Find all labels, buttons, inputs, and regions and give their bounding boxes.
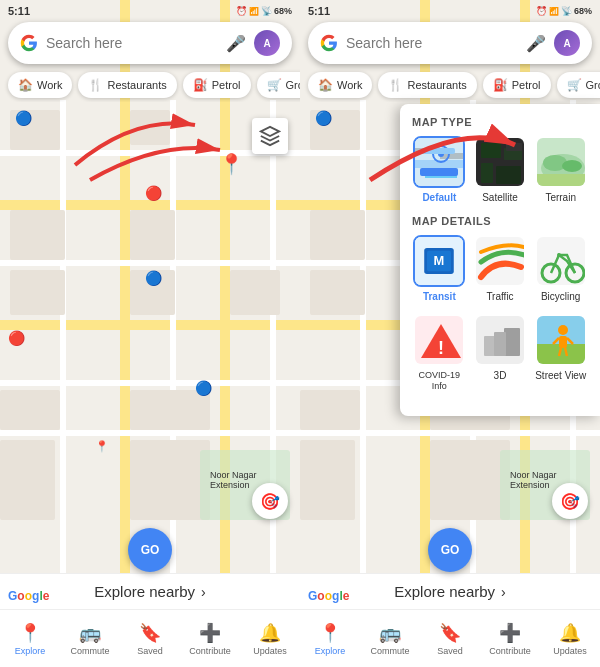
saved-icon-left: 🔖: [139, 622, 161, 644]
avatar-right[interactable]: A: [554, 30, 580, 56]
tab-restaurants-right[interactable]: 🍴 Restaurants: [378, 72, 476, 98]
svg-rect-35: [504, 328, 520, 356]
work-icon-right: 🏠: [318, 78, 333, 92]
battery-right: 68%: [574, 6, 592, 16]
google-logo-left: Google: [8, 589, 49, 603]
nav-contribute-left[interactable]: ➕ Contribute: [180, 618, 240, 660]
saved-label-right: Saved: [437, 646, 463, 656]
tab-restaurants-left[interactable]: 🍴 Restaurants: [78, 72, 176, 98]
status-time-left: 5:11: [8, 5, 30, 17]
updates-icon-left: 🔔: [259, 622, 281, 644]
bicycling-icon: [535, 235, 587, 287]
svg-point-40: [558, 325, 568, 335]
alarm-icon: ⏰: [236, 6, 247, 16]
terrain-icon: [535, 136, 587, 188]
contribute-icon-right: ➕: [499, 622, 521, 644]
map-details-grid: M Transit Traffic: [412, 235, 588, 302]
mic-icon-right[interactable]: 🎤: [526, 34, 546, 53]
petrol-icon-left: ⛽: [193, 78, 208, 92]
svg-point-29: [557, 253, 561, 257]
commute-label-left: Commute: [70, 646, 109, 656]
map-details-title: MAP DETAILS: [412, 215, 588, 227]
saved-label-left: Saved: [137, 646, 163, 656]
arrow-right-1: [360, 110, 520, 190]
nav-explore-left[interactable]: 📍 Explore: [0, 618, 60, 660]
traffic-icon: [474, 235, 526, 287]
svg-rect-20: [537, 174, 587, 188]
bottom-nav-left: 📍 Explore 🚌 Commute 🔖 Saved ➕ Contribute…: [0, 609, 300, 667]
tab-work-left[interactable]: 🏠 Work: [8, 72, 72, 98]
tab-groceries-right[interactable]: 🛒 Grocerie...: [557, 72, 600, 98]
map-type-terrain[interactable]: Terrain: [533, 136, 588, 203]
arrow-left-2: [80, 130, 230, 190]
map-pin-3: 🔵: [145, 270, 162, 286]
covid-icon: !: [413, 314, 465, 366]
commute-icon-left: 🚌: [79, 622, 101, 644]
streetview-icon: [535, 314, 587, 366]
svg-text:!: !: [438, 338, 444, 358]
explore-icon-left: 📍: [19, 622, 41, 644]
map-pin-4: 🔴: [8, 330, 25, 346]
explore-icon-right: 📍: [319, 622, 341, 644]
nav-saved-right[interactable]: 🔖 Saved: [420, 618, 480, 660]
explore-label-left: Explore: [15, 646, 46, 656]
map-detail-covid[interactable]: ! COVID-19 Info: [412, 314, 467, 392]
nav-updates-right[interactable]: 🔔 Updates: [540, 618, 600, 660]
default-label: Default: [422, 192, 456, 203]
go-button-left[interactable]: GO: [128, 528, 172, 572]
google-logo-right: Google: [308, 589, 349, 603]
mic-icon-left[interactable]: 🎤: [226, 34, 246, 53]
google-icon-right: [320, 34, 338, 52]
map-detail-transit[interactable]: M Transit: [412, 235, 467, 302]
restaurants-icon-right: 🍴: [388, 78, 403, 92]
my-location-btn-right[interactable]: 🎯: [552, 483, 588, 519]
bottom-nav-right: 📍 Explore 🚌 Commute 🔖 Saved ➕ Contribute…: [300, 609, 600, 667]
my-location-btn-left[interactable]: 🎯: [252, 483, 288, 519]
noor-nagar-pin: 📍: [95, 440, 109, 453]
transit-label: Transit: [423, 291, 456, 302]
search-bar-right[interactable]: Search here 🎤 A: [308, 22, 592, 64]
tab-work-right[interactable]: 🏠 Work: [308, 72, 372, 98]
nav-saved-left[interactable]: 🔖 Saved: [120, 618, 180, 660]
map-detail-traffic[interactable]: Traffic: [473, 235, 528, 302]
google-icon-left: [20, 34, 38, 52]
avatar-left[interactable]: A: [254, 30, 280, 56]
svg-point-19: [562, 160, 582, 172]
updates-icon-right: 🔔: [559, 622, 581, 644]
tab-petrol-left[interactable]: ⛽ Petrol: [183, 72, 251, 98]
groceries-icon-left: 🛒: [267, 78, 282, 92]
map-detail-3d[interactable]: 3D: [473, 314, 528, 392]
wifi-icon: 📡: [261, 6, 272, 16]
filter-tabs-right: 🏠 Work 🍴 Restaurants ⛽ Petrol 🛒 Grocerie…: [300, 68, 600, 102]
status-icons-left: ⏰ 📶 📡 68%: [236, 6, 292, 16]
map-detail-streetview[interactable]: Street View: [533, 314, 588, 392]
commute-label-right: Commute: [370, 646, 409, 656]
layers-button-left[interactable]: [252, 118, 288, 154]
map-pin-r1: 🔵: [315, 110, 332, 126]
contribute-icon-left: ➕: [199, 622, 221, 644]
updates-label-right: Updates: [553, 646, 587, 656]
noor-nagar-label-right: Noor NagarExtension: [510, 470, 557, 490]
saved-icon-right: 🔖: [439, 622, 461, 644]
status-icons-right: ⏰ 📶 📡 68%: [536, 6, 592, 16]
go-button-right[interactable]: GO: [428, 528, 472, 572]
map-detail-bicycling[interactable]: Bicycling: [533, 235, 588, 302]
search-bar-left[interactable]: Search here 🎤 A: [8, 22, 292, 64]
3d-icon: [474, 314, 526, 366]
tab-groceries-left[interactable]: 🛒 Grocerie...: [257, 72, 300, 98]
nav-commute-left[interactable]: 🚌 Commute: [60, 618, 120, 660]
nav-updates-left[interactable]: 🔔 Updates: [240, 618, 300, 660]
contribute-label-right: Contribute: [489, 646, 531, 656]
map-pin-5: 🔵: [195, 380, 212, 396]
nav-contribute-right[interactable]: ➕ Contribute: [480, 618, 540, 660]
commute-icon-right: 🚌: [379, 622, 401, 644]
nav-explore-right[interactable]: 📍 Explore: [300, 618, 360, 660]
nav-commute-right[interactable]: 🚌 Commute: [360, 618, 420, 660]
right-screen: Noor NagarExtension 🔵 🔴 5:11 ⏰ 📶 📡 68% S…: [300, 0, 600, 667]
petrol-icon-right: ⛽: [493, 78, 508, 92]
bicycling-label: Bicycling: [541, 291, 580, 302]
tab-petrol-right[interactable]: ⛽ Petrol: [483, 72, 551, 98]
transit-icon: M: [413, 235, 465, 287]
noor-nagar-label: Noor NagarExtension: [210, 470, 257, 490]
alarm-icon-right: ⏰: [536, 6, 547, 16]
